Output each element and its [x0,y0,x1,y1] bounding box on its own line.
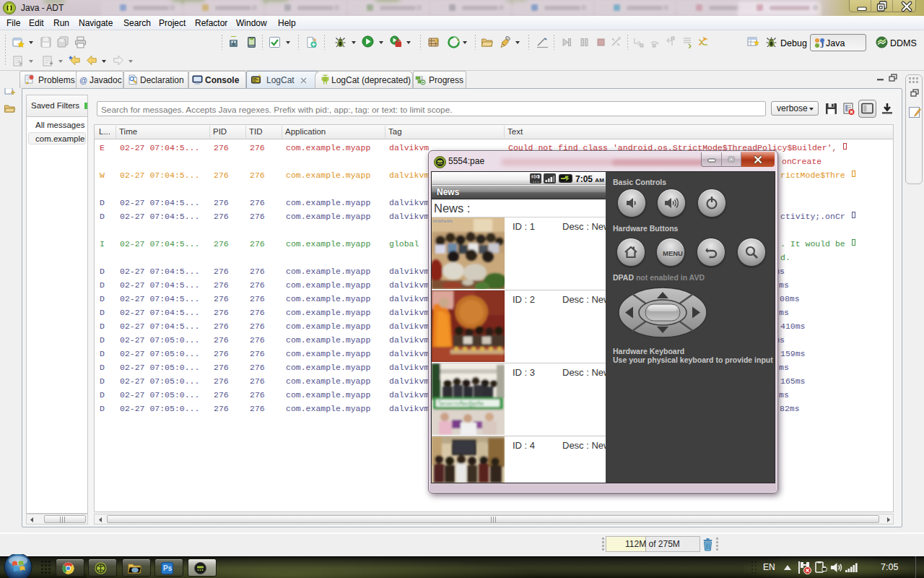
svg-text:3G: 3G [532,174,539,179]
svg-text:@: @ [79,76,87,85]
svg-text:KKWFanWs: KKWFanWs [433,219,453,223]
svg-text:J: J [820,40,824,49]
svg-text:โครงการเรียนรู้สุจริต: โครงการเรียนรู้สุจริต [438,400,484,407]
